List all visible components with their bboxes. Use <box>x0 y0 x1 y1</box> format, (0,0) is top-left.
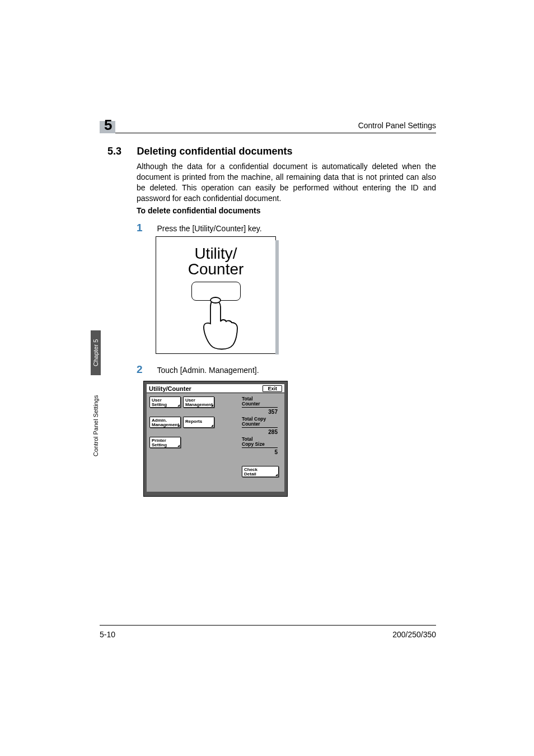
user-setting-label: User Setting <box>152 398 167 407</box>
svg-point-0 <box>210 297 221 303</box>
user-management-button[interactable]: User Management <box>183 396 214 408</box>
button-corner-icon <box>177 424 180 427</box>
illustration-shadow <box>275 240 279 354</box>
side-tab: Chapter 5 Control Panel Settings <box>91 330 101 476</box>
total-counter-label: Total Counter <box>242 396 278 408</box>
step-2-text: Touch [Admin. Management]. <box>157 363 259 375</box>
admin-management-label: Admin. Management <box>152 418 179 427</box>
running-title: Control Panel Settings <box>358 121 436 130</box>
check-detail-label: Check Detail <box>244 467 257 477</box>
total-copy-size-label: Total Copy Size <box>242 437 278 448</box>
total-copy-size-value: 5 <box>242 449 278 455</box>
footer-rule <box>100 625 436 626</box>
footer-model: 200/250/350 <box>392 630 436 639</box>
reports-button[interactable]: Reports <box>183 417 214 428</box>
total-counter-value: 357 <box>242 409 278 415</box>
step-1-text: Press the [Utility/Counter] key. <box>157 222 261 234</box>
step-1: 1 Press the [Utility/Counter] key. <box>137 222 436 234</box>
button-corner-icon <box>211 404 213 407</box>
check-detail-button[interactable]: Check Detail <box>242 466 279 477</box>
utility-counter-label: Utility/ Counter <box>156 237 275 277</box>
panel-body: User Setting User Management Admin. Mana… <box>147 393 284 492</box>
utility-label-line2: Counter <box>188 260 244 278</box>
total-copy-counter-label: Total Copy Counter <box>242 417 278 428</box>
utility-label-line1: Utility/ <box>194 245 237 262</box>
side-tab-title: Control Panel Settings <box>91 375 101 476</box>
button-corner-icon <box>211 424 213 427</box>
step-1-number: 1 <box>137 222 154 234</box>
button-corner-icon <box>177 404 180 407</box>
section-body: Although the data for a confidential doc… <box>137 161 436 204</box>
section-number: 5.3 <box>107 146 134 157</box>
chapter-number-box: 5 <box>100 121 115 133</box>
exit-button[interactable]: Exit <box>263 385 282 392</box>
section-title: Deleting confidential documents <box>137 146 292 157</box>
reports-label: Reports <box>185 419 202 424</box>
user-management-label: User Management <box>185 398 213 407</box>
panel-titlebar: Utility/Counter Exit <box>147 384 284 393</box>
section-heading-row: 5.3 Deleting confidential documents <box>107 146 436 157</box>
step-2-number: 2 <box>137 363 154 376</box>
panel-title: Utility/Counter <box>149 385 191 392</box>
step-2: 2 Touch [Admin. Management]. <box>137 363 436 376</box>
total-copy-counter-value: 285 <box>242 429 278 435</box>
sub-heading: To delete confidential documents <box>137 206 260 215</box>
side-tab-chapter: Chapter 5 <box>91 330 101 375</box>
touch-panel-inner: Utility/Counter Exit User Setting User M… <box>147 384 284 492</box>
press-finger-icon <box>198 296 243 352</box>
touch-panel: Utility/Counter Exit User Setting User M… <box>143 381 288 497</box>
footer-page-number: 5-10 <box>100 630 115 639</box>
printer-setting-button[interactable]: Printer Setting <box>149 437 181 448</box>
button-corner-icon <box>177 445 180 447</box>
admin-management-button[interactable]: Admin. Management <box>149 417 181 428</box>
printer-setting-label: Printer Setting <box>152 438 167 447</box>
chapter-number: 5 <box>104 116 112 133</box>
button-corner-icon <box>275 474 278 476</box>
user-setting-button[interactable]: User Setting <box>149 396 181 408</box>
page: 5 Control Panel Settings 5.3 Deleting co… <box>0 0 534 756</box>
utility-counter-illustration: Utility/ Counter <box>156 236 276 354</box>
header-row: 5 Control Panel Settings <box>100 121 436 133</box>
